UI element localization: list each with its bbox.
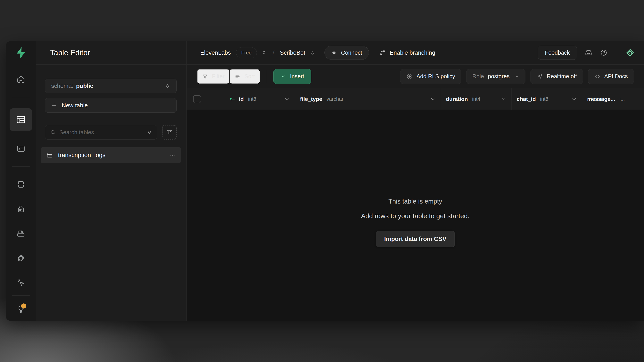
project-name[interactable]: ScribeBot xyxy=(280,49,305,56)
schema-select[interactable]: schema: public xyxy=(45,79,176,93)
column-type: i... xyxy=(620,96,625,102)
add-rls-label: Add RLS policy xyxy=(416,73,455,80)
column-menu-chevron-icon[interactable] xyxy=(501,96,506,102)
funnel-icon xyxy=(202,73,208,79)
sidebar-header: Table Editor xyxy=(36,41,186,65)
search-wrap xyxy=(45,125,157,140)
connect-button[interactable]: Connect xyxy=(324,46,369,60)
column-header-duration[interactable]: duration int4 xyxy=(441,88,512,110)
table-name: transcription_logs xyxy=(58,152,106,159)
select-all-cell xyxy=(186,88,224,110)
plus-circle-icon xyxy=(406,73,413,80)
home-icon[interactable] xyxy=(14,73,28,86)
table-grid-icon xyxy=(46,152,53,158)
column-name: file_type xyxy=(300,96,322,102)
realtime-toggle-button[interactable]: Realtime off xyxy=(530,69,583,84)
search-tables-input[interactable] xyxy=(45,125,157,140)
role-label: Role xyxy=(472,73,484,80)
table-list: transcription_logs xyxy=(41,147,181,163)
storage-icon[interactable] xyxy=(14,227,28,240)
table-editor-icon[interactable] xyxy=(10,108,32,131)
funnel-icon xyxy=(166,129,173,136)
help-icon[interactable] xyxy=(600,49,608,56)
broadcast-send-icon xyxy=(536,73,543,80)
sort-button[interactable]: Sort xyxy=(230,69,260,84)
filter-button[interactable]: Filter xyxy=(197,69,230,84)
rail-divider xyxy=(12,166,30,167)
search-icon xyxy=(50,129,56,135)
filter-tables-button[interactable] xyxy=(162,125,176,140)
column-header-id[interactable]: id int8 xyxy=(224,88,295,110)
supabase-logo[interactable] xyxy=(6,41,36,65)
schema-label: schema: xyxy=(51,82,73,89)
primary-key-icon xyxy=(229,96,236,103)
search-row xyxy=(45,125,176,140)
new-table-button[interactable]: New table xyxy=(45,98,176,113)
sql-editor-icon[interactable] xyxy=(14,142,28,156)
column-header-file-type[interactable]: file_type varchar xyxy=(295,88,441,110)
filter-label: Filter xyxy=(212,73,224,80)
column-type: int8 xyxy=(248,96,256,102)
app-window: Table Editor schema: public New table xyxy=(6,41,644,321)
chevrons-down-double-icon[interactable] xyxy=(146,129,153,135)
grid-body: This table is empty Add rows to your tab… xyxy=(186,110,644,321)
org-switcher-chevrons-icon[interactable] xyxy=(261,50,267,56)
api-docs-label: API Docs xyxy=(604,73,628,80)
role-value: postgres xyxy=(488,73,510,80)
main-area: ElevenLabs Free / ScribeBot xyxy=(186,41,644,321)
toolbar-right: Add RLS policy Role postgres xyxy=(400,69,634,84)
column-menu-chevron-icon[interactable] xyxy=(284,96,290,102)
chevrons-up-down-icon xyxy=(165,83,170,89)
import-csv-button[interactable]: Import data from CSV xyxy=(376,231,455,247)
column-menu-chevron-icon[interactable] xyxy=(430,96,436,102)
grid-toolbar: Filter Sort Insert xyxy=(186,65,644,88)
git-branch-icon xyxy=(379,49,386,56)
column-menu-chevron-icon[interactable] xyxy=(571,96,577,102)
table-list-item[interactable]: transcription_logs xyxy=(41,147,181,163)
empty-state-title: This table is empty xyxy=(388,198,442,205)
api-docs-button[interactable]: API Docs xyxy=(588,69,634,84)
org-name[interactable]: ElevenLabs xyxy=(200,49,231,56)
chevron-down-icon xyxy=(515,74,520,79)
project-switcher-chevrons-icon[interactable] xyxy=(310,50,316,56)
new-table-label: New table xyxy=(62,102,88,109)
plus-icon xyxy=(51,102,57,108)
left-nav-rail xyxy=(6,41,36,321)
select-all-checkbox[interactable] xyxy=(193,95,201,103)
assistant-diamond-icon[interactable] xyxy=(616,47,644,58)
column-type: int8 xyxy=(540,96,548,102)
role-select-button[interactable]: Role postgres xyxy=(466,69,526,84)
table-options-ellipsis-icon[interactable] xyxy=(170,152,176,158)
inbox-icon[interactable] xyxy=(585,49,592,56)
feedback-button[interactable]: Feedback xyxy=(538,46,577,60)
sort-lines-icon xyxy=(234,73,240,79)
advisors-icon[interactable] xyxy=(14,276,28,290)
whats-new-lightbulb-icon[interactable] xyxy=(14,302,28,316)
database-icon[interactable] xyxy=(14,178,28,191)
plan-badge[interactable]: Free xyxy=(236,47,257,58)
top-bar: ElevenLabs Free / ScribeBot xyxy=(186,41,644,65)
column-header-message[interactable]: message... i... xyxy=(582,88,644,110)
breadcrumb-separator: / xyxy=(272,49,274,57)
insert-button[interactable]: Insert xyxy=(274,69,312,84)
notification-dot xyxy=(21,304,26,309)
insert-label: Insert xyxy=(290,73,304,80)
column-header-chat-id[interactable]: chat_id int8 xyxy=(512,88,582,110)
column-name: message... xyxy=(587,96,615,102)
rail-bottom xyxy=(6,296,36,316)
column-name: id xyxy=(239,96,244,102)
enable-branching-label: Enable branching xyxy=(390,49,436,56)
add-rls-policy-button[interactable]: Add RLS policy xyxy=(400,69,461,84)
rail-divider xyxy=(12,97,30,97)
plug-icon xyxy=(331,49,338,56)
sidebar: Table Editor schema: public New table xyxy=(36,41,186,321)
page-title: Table Editor xyxy=(50,49,90,57)
column-type: int4 xyxy=(472,96,480,102)
enable-branching-button[interactable]: Enable branching xyxy=(379,49,436,56)
realtime-icon[interactable] xyxy=(14,251,28,265)
empty-state-subtitle: Add rows to your table to get started. xyxy=(361,212,470,220)
rail-nav xyxy=(6,65,36,290)
code-brackets-icon xyxy=(594,73,601,80)
grid-header-row: id int8 file_type varchar duration int4 xyxy=(186,88,644,110)
auth-lock-icon[interactable] xyxy=(14,202,28,216)
